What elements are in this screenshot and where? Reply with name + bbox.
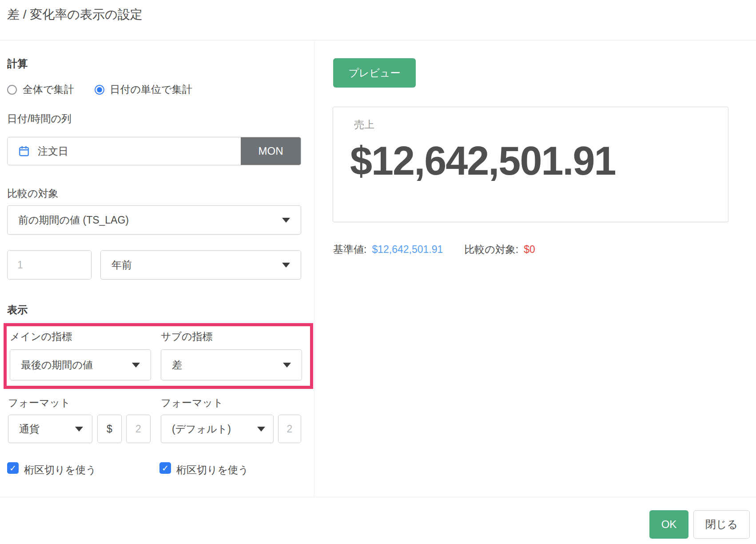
sub-format-value: (デフォルト) (172, 422, 231, 436)
date-column-input[interactable]: 注文日 MON (7, 137, 301, 165)
calculation-radio-group: 全体で集計 日付の単位で集計 (7, 83, 192, 96)
sub-separator-checkbox[interactable]: ✓ (159, 462, 171, 474)
check-icon: ✓ (9, 463, 16, 473)
column-divider (314, 40, 314, 497)
close-button[interactable]: 閉じる (693, 510, 750, 539)
chevron-down-icon (282, 263, 290, 268)
display-heading: 表示 (7, 303, 28, 317)
main-metric-label: メインの指標 (10, 330, 72, 344)
chevron-down-icon (75, 427, 83, 432)
main-format-label: フォーマット (8, 396, 71, 410)
radio-unselected-icon[interactable] (7, 85, 17, 95)
base-value: $12,642,501.91 (372, 244, 443, 256)
main-separator-checkbox[interactable]: ✓ (7, 462, 19, 474)
date-unit-badge[interactable]: MON (241, 137, 301, 165)
comparison-value: 前の期間の値 (TS_LAG) (18, 213, 129, 227)
ok-button[interactable]: OK (649, 510, 688, 539)
date-column-label: 日付/時間の列 (7, 112, 72, 126)
footer-divider (0, 497, 756, 497)
check-icon: ✓ (162, 463, 169, 473)
difference-display-settings-dialog: 差 / 変化率の表示の設定 計算 全体で集計 日付の単位で集計 日付/時間の列 … (0, 0, 756, 544)
currency-symbol-input[interactable] (97, 415, 122, 443)
date-column-value: 注文日 (38, 144, 68, 158)
main-decimals-input[interactable] (126, 415, 151, 443)
base-value-label: 基準値: (333, 243, 366, 256)
calendar-icon (18, 145, 30, 157)
preview-summary-line: 基準値: $12,642,501.91 比較の対象: $0 (333, 243, 535, 256)
offset-input[interactable] (7, 250, 92, 280)
offset-unit-value: 年前 (111, 258, 132, 272)
preview-metric-value: $12,642,501.91 (350, 138, 616, 184)
main-metric-select[interactable]: 最後の期間の値 (10, 349, 151, 380)
sub-metric-value: 差 (172, 358, 182, 372)
sub-decimals-input[interactable] (278, 415, 301, 443)
sub-metric-label: サブの指標 (161, 330, 213, 344)
comparison-label: 比較の対象 (7, 187, 59, 200)
preview-metric-title: 売上 (354, 118, 374, 132)
chevron-down-icon (132, 363, 140, 368)
sub-separator-label: 桁区切りを使う (176, 463, 249, 477)
chevron-down-icon (257, 427, 265, 432)
calculation-heading: 計算 (7, 57, 28, 71)
sub-metric-select[interactable]: 差 (161, 349, 302, 380)
metric-highlight-box: メインの指標 サブの指標 最後の期間の値 差 (4, 323, 313, 389)
chevron-down-icon (283, 363, 291, 368)
radio-option-aggregate-by-date[interactable]: 日付の単位で集計 (95, 83, 192, 96)
comparison-select[interactable]: 前の期間の値 (TS_LAG) (7, 205, 301, 235)
offset-unit-select[interactable]: 年前 (100, 250, 301, 280)
radio-option-aggregate-overall[interactable]: 全体で集計 (7, 83, 74, 96)
compare-value: $0 (524, 244, 535, 256)
compare-value-label: 比較の対象: (464, 243, 518, 256)
main-separator-label: 桁区切りを使う (24, 463, 96, 477)
radio-option-label: 全体で集計 (23, 83, 74, 96)
main-format-select[interactable]: 通貨 (8, 415, 92, 443)
main-format-value: 通貨 (19, 422, 40, 436)
main-metric-value: 最後の期間の値 (21, 358, 93, 372)
dialog-title: 差 / 変化率の表示の設定 (7, 6, 143, 23)
preview-card: 売上 $12,642,501.91 (333, 107, 728, 222)
chevron-down-icon (282, 218, 290, 223)
sub-format-label: フォーマット (161, 396, 223, 410)
radio-option-label: 日付の単位で集計 (110, 83, 192, 96)
radio-selected-icon[interactable] (95, 85, 104, 95)
preview-button[interactable]: プレビュー (333, 58, 416, 88)
header-divider (0, 40, 756, 40)
sub-format-select[interactable]: (デフォルト) (161, 415, 274, 443)
